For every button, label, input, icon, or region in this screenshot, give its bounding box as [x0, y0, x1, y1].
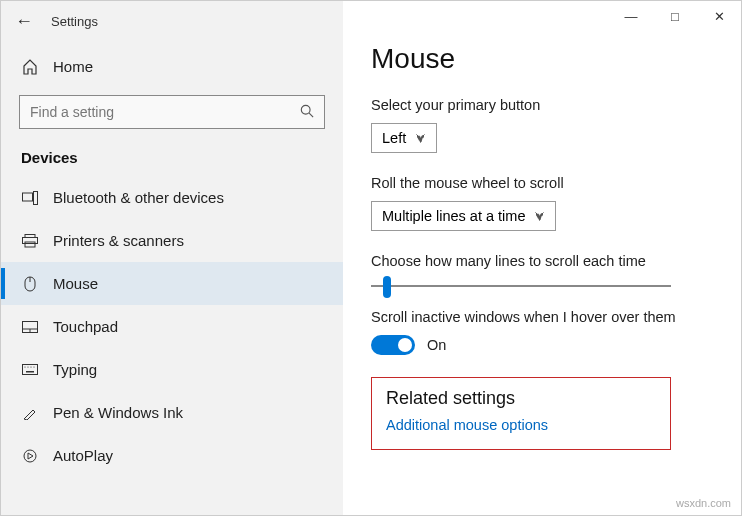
sidebar-home-label: Home — [53, 58, 93, 75]
watermark: wsxdn.com — [676, 497, 731, 509]
related-settings-box: Related settings Additional mouse option… — [371, 377, 671, 450]
sidebar-item-pen[interactable]: Pen & Windows Ink — [1, 391, 343, 434]
svg-line-1 — [309, 113, 313, 117]
inactive-scroll-toggle[interactable] — [371, 335, 415, 355]
chevron-down-icon: ⮟ — [416, 133, 426, 144]
slider-thumb[interactable] — [383, 276, 391, 298]
svg-point-16 — [33, 366, 34, 367]
sidebar-item-label: Typing — [53, 361, 97, 378]
primary-button-setting: Select your primary button Left ⮟ — [371, 97, 713, 153]
touchpad-icon — [21, 321, 39, 333]
svg-rect-2 — [23, 193, 33, 201]
sidebar-item-label: Mouse — [53, 275, 98, 292]
lines-per-scroll-label: Choose how many lines to scroll each tim… — [371, 253, 713, 269]
page-title: Mouse — [371, 43, 713, 75]
sidebar-item-touchpad[interactable]: Touchpad — [1, 305, 343, 348]
chevron-down-icon: ⮟ — [535, 211, 545, 222]
svg-point-0 — [301, 105, 310, 114]
sidebar-item-label: Bluetooth & other devices — [53, 189, 224, 206]
sidebar-item-printers[interactable]: Printers & scanners — [1, 219, 343, 262]
sidebar: ← Settings Home Devices — [1, 1, 343, 515]
scroll-wheel-label: Roll the mouse wheel to scroll — [371, 175, 713, 191]
svg-point-15 — [30, 366, 31, 367]
select-value: Multiple lines at a time — [382, 208, 525, 224]
maximize-button[interactable]: □ — [653, 1, 697, 31]
svg-rect-12 — [23, 365, 38, 375]
scroll-wheel-setting: Roll the mouse wheel to scroll Multiple … — [371, 175, 713, 231]
search-icon — [300, 104, 314, 121]
svg-rect-6 — [25, 242, 35, 247]
related-settings-title: Related settings — [386, 388, 656, 409]
mouse-icon — [21, 276, 39, 292]
toggle-state-label: On — [427, 337, 446, 353]
lines-per-scroll-setting: Choose how many lines to scroll each tim… — [371, 253, 713, 287]
sidebar-item-label: AutoPlay — [53, 447, 113, 464]
sidebar-item-autoplay[interactable]: AutoPlay — [1, 434, 343, 477]
window-controls: — □ ✕ — [609, 1, 741, 31]
sidebar-item-mouse[interactable]: Mouse — [1, 262, 343, 305]
keyboard-icon — [21, 364, 39, 375]
search-field[interactable] — [30, 104, 300, 120]
sidebar-item-home[interactable]: Home — [1, 48, 343, 85]
additional-mouse-options-link[interactable]: Additional mouse options — [386, 417, 656, 433]
svg-point-18 — [24, 450, 36, 462]
toggle-knob — [398, 338, 412, 352]
home-icon — [21, 59, 39, 75]
inactive-scroll-setting: Scroll inactive windows when I hover ove… — [371, 309, 713, 355]
svg-point-14 — [27, 366, 28, 367]
close-button[interactable]: ✕ — [697, 1, 741, 31]
titlebar: ← Settings — [1, 1, 343, 38]
sidebar-item-label: Printers & scanners — [53, 232, 184, 249]
autoplay-icon — [21, 449, 39, 463]
sidebar-item-label: Touchpad — [53, 318, 118, 335]
sidebar-item-bluetooth[interactable]: Bluetooth & other devices — [1, 176, 343, 219]
svg-rect-3 — [34, 191, 38, 204]
minimize-button[interactable]: — — [609, 1, 653, 31]
back-icon[interactable]: ← — [15, 11, 33, 32]
svg-rect-17 — [26, 371, 34, 373]
primary-button-select[interactable]: Left ⮟ — [371, 123, 437, 153]
primary-button-label: Select your primary button — [371, 97, 713, 113]
scroll-wheel-select[interactable]: Multiple lines at a time ⮟ — [371, 201, 556, 231]
svg-point-13 — [24, 366, 25, 367]
devices-icon — [21, 191, 39, 205]
lines-slider[interactable] — [371, 285, 671, 287]
search-input[interactable] — [19, 95, 325, 129]
pen-icon — [21, 406, 39, 420]
select-value: Left — [382, 130, 406, 146]
inactive-scroll-label: Scroll inactive windows when I hover ove… — [371, 309, 713, 325]
sidebar-item-typing[interactable]: Typing — [1, 348, 343, 391]
sidebar-section-header: Devices — [1, 145, 343, 176]
app-title: Settings — [51, 14, 98, 29]
main-content: — □ ✕ Mouse Select your primary button L… — [343, 1, 741, 515]
sidebar-item-label: Pen & Windows Ink — [53, 404, 183, 421]
printer-icon — [21, 234, 39, 248]
